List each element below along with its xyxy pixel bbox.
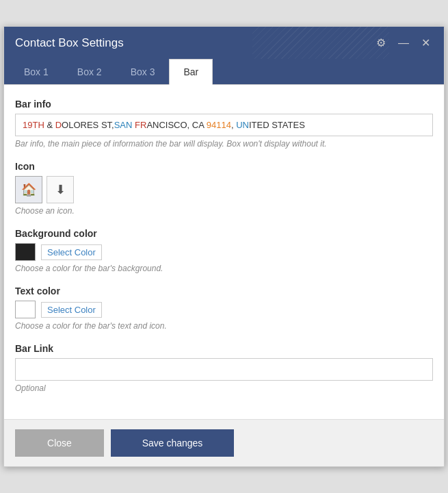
- tabs-bar: Box 1 Box 2 Box 3 Bar: [4, 59, 444, 85]
- tab-bar[interactable]: Bar: [169, 59, 213, 85]
- bar-info-text-2: D: [55, 120, 62, 130]
- text-color-swatch[interactable]: [15, 301, 36, 318]
- close-icon[interactable]: ✕: [419, 35, 433, 51]
- bar-info-hint: Bar info, the main piece of information …: [15, 139, 433, 149]
- icon-group: Icon 🏠 ⬇ Choose an icon.: [15, 161, 433, 216]
- bar-info-text-6: UN: [236, 120, 249, 130]
- icon-home-btn[interactable]: 🏠: [15, 176, 42, 203]
- bar-info-group: Bar info 19TH & DOLORES ST,SAN FRANCISCO…: [15, 99, 433, 149]
- header-actions: ⚙ — ✕: [373, 35, 433, 51]
- tab-box2[interactable]: Box 2: [63, 59, 116, 85]
- tab-box3[interactable]: Box 3: [116, 59, 170, 85]
- icon-label: Icon: [15, 161, 433, 172]
- text-color-row: Select Color: [15, 301, 433, 318]
- save-button[interactable]: Save changes: [111, 429, 234, 457]
- bar-link-input[interactable]: [15, 358, 433, 381]
- bar-info-input[interactable]: 19TH & DOLORES ST,SAN FRANCISCO, CA 9411…: [15, 114, 433, 136]
- background-color-label: Background color: [15, 228, 433, 239]
- bar-info-text-3: SAN: [114, 120, 133, 130]
- text-color-group: Text color Select Color Choose a color f…: [15, 286, 433, 331]
- close-button[interactable]: Close: [15, 429, 104, 457]
- background-color-group: Background color Select Color Choose a c…: [15, 228, 433, 273]
- modal-body: Bar info 19TH & DOLORES ST,SAN FRANCISCO…: [4, 85, 444, 419]
- text-color-hint: Choose a color for the bar's text and ic…: [15, 321, 433, 331]
- minimize-icon[interactable]: —: [395, 36, 412, 51]
- background-color-hint: Choose a color for the bar's background.: [15, 264, 433, 273]
- background-color-swatch[interactable]: [15, 243, 36, 261]
- bar-link-label: Bar Link: [15, 343, 433, 354]
- contact-box-settings-modal: Contact Box Settings ⚙ — ✕ Box 1 Box 2 B…: [3, 26, 445, 467]
- modal-title: Contact Box Settings: [15, 36, 124, 50]
- gear-icon[interactable]: ⚙: [373, 35, 388, 51]
- modal-header: Contact Box Settings ⚙ — ✕: [4, 27, 444, 59]
- bar-info-text-4: FR: [135, 120, 146, 130]
- bar-info-label: Bar info: [15, 99, 433, 110]
- background-color-row: Select Color: [15, 243, 433, 261]
- background-color-select-btn[interactable]: Select Color: [41, 244, 102, 260]
- bar-link-hint: Optional: [15, 383, 433, 393]
- icon-selector: 🏠 ⬇: [15, 176, 433, 203]
- icon-hint: Choose an icon.: [15, 206, 433, 216]
- bar-info-text-5: 94114: [207, 120, 231, 130]
- icon-download-btn[interactable]: ⬇: [47, 176, 74, 203]
- tab-box1[interactable]: Box 1: [10, 59, 63, 85]
- text-color-select-btn[interactable]: Select Color: [41, 302, 102, 318]
- bar-link-group: Bar Link Optional: [15, 343, 433, 393]
- text-color-label: Text color: [15, 286, 433, 296]
- bar-info-text-1: 19TH: [23, 120, 44, 130]
- modal-footer: Close Save changes: [4, 419, 444, 466]
